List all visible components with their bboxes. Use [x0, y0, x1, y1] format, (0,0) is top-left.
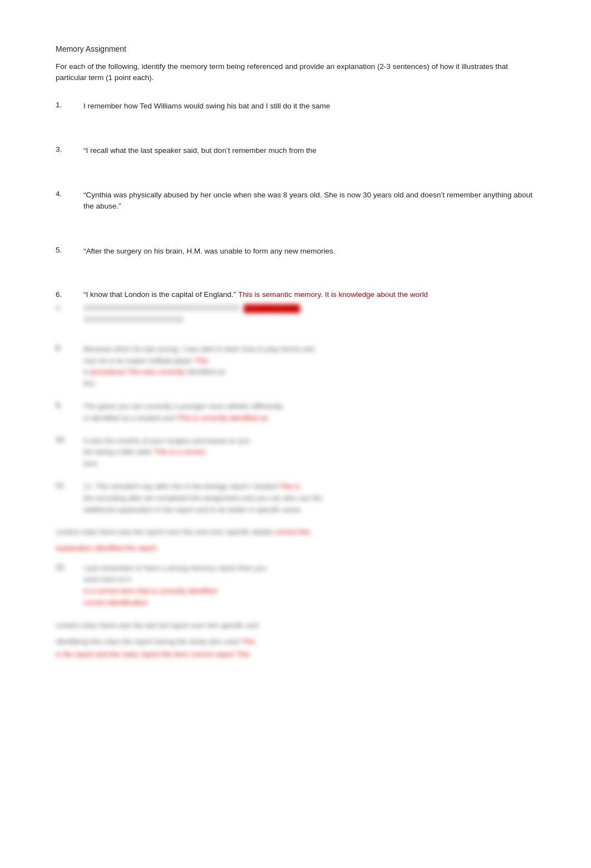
question-number-7: 7. — [56, 304, 83, 313]
question-content-12: I just remember to have a strong memory … — [83, 563, 535, 609]
question-number-4: 4. — [56, 190, 83, 198]
question-item-6: 6. “I know that London is the capital of… — [56, 290, 535, 299]
question-number-3: 3. — [56, 145, 83, 153]
question-item-5: 5. “After the surgery on his brain, H.M.… — [56, 246, 535, 257]
question-content-9: The game you are currently a younger mor… — [83, 401, 535, 424]
question-item-12: 12. I just remember to have a strong mem… — [56, 563, 535, 609]
question-content-10: It was the months of your surgery and ba… — [83, 435, 535, 470]
question-list: 1. I remember how Ted Williams would swi… — [56, 101, 535, 660]
question-text-5: “After the surgery on his brain, H.M. wa… — [83, 246, 535, 257]
question-number-5: 5. — [56, 246, 83, 254]
question-number-11: 11. — [56, 481, 83, 489]
question-item-8: 8. Because when he was young, I was able… — [56, 344, 535, 390]
question-number-1: 1. — [56, 101, 83, 109]
question-content-6: “I know that London is the capital of En… — [83, 290, 428, 299]
blurred-footer-2: content class there was the last full re… — [56, 620, 535, 660]
question-item-7: 7. ███████████ — [56, 304, 535, 327]
question-text-6: “I know that London is the capital of En… — [83, 290, 236, 299]
question-number-9: 9. — [56, 401, 83, 409]
question-item-4: 4. “Cynthia was physically abused by her… — [56, 190, 535, 212]
instructions-text: For each of the following, identify the … — [56, 61, 535, 84]
question-number-10: 10. — [56, 435, 83, 444]
page-title: Memory Assignment — [56, 44, 535, 53]
question-item-3: 3. “I recall what the last speaker said,… — [56, 145, 535, 156]
question-content-8: Because when he was young, I was able to… — [83, 344, 535, 390]
question-item-11: 11. 11. This shouldn't say after this is… — [56, 481, 535, 515]
question-item-10: 10. It was the months of your surgery an… — [56, 435, 535, 470]
question-text-1: I remember how Ted Williams would swing … — [83, 101, 535, 112]
question-text-4: “Cynthia was physically abused by her un… — [83, 190, 535, 212]
question-item-1: 1. I remember how Ted Williams would swi… — [56, 101, 535, 112]
question-content-7: ███████████ — [83, 304, 535, 327]
blurred-footer-1: content class there was the report over … — [56, 527, 535, 553]
question-number-12: 12. — [56, 563, 83, 571]
question-item-9: 9. The game you are currently a younger … — [56, 401, 535, 424]
question-number-6: 6. — [56, 290, 83, 299]
question-content-11: 11. This shouldn't say after this is the… — [83, 481, 535, 515]
question-text-3: “I recall what the last speaker said, bu… — [83, 145, 535, 156]
question-number-8: 8. — [56, 344, 83, 352]
question-answer-6: This is semantic memory. It is knowledge… — [238, 290, 428, 299]
